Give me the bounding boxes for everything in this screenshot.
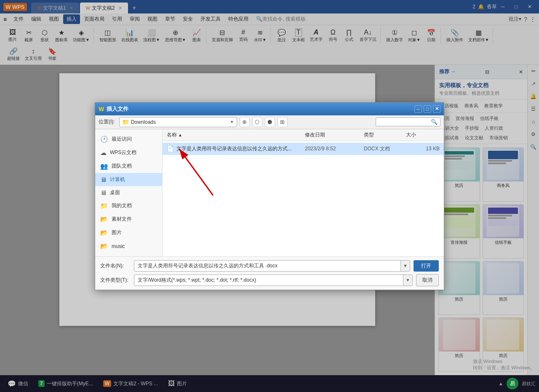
sidebar-wpscloud[interactable]: ☁ WPS云文档 (95, 146, 162, 160)
location-label: 位置(I): (99, 118, 115, 125)
dialog-restore-btn[interactable]: □ (424, 105, 431, 113)
sort-asc-icon: ▲ (178, 133, 182, 137)
sidebar-computer-label: 计算机 (110, 176, 125, 183)
sidebar-computer[interactable]: 🖥 计算机 (95, 173, 162, 186)
nav-back-btn[interactable]: ⊕ (240, 117, 250, 127)
filename-row: 文件名(N): 文字是人类用符号记录表达信息以传之久远的方式和工具 .docx … (100, 260, 439, 272)
filelist-header: 名称 ▲ 修改日期 类型 大小 (163, 129, 444, 141)
view-toggle-btn[interactable]: ⊞ (278, 117, 288, 127)
sidebar-pictures-label: 图片 (112, 229, 122, 236)
filetype-value: 文字/Word格式(*.wps; *.wpt; *.doc; *.dot; *.… (134, 275, 403, 285)
filetype-label: 文件类型(T): (100, 277, 134, 284)
mydocs-icon: 📁 (100, 202, 108, 210)
filetype-combo[interactable]: 文字/Word格式(*.wps; *.wpt; *.doc; *.dot; *.… (134, 275, 413, 286)
dialog-title-text: 插入文件 (107, 105, 414, 113)
location-arrow-icon: ▼ (230, 120, 234, 124)
sidebar-teamdoc-label: 团队文档 (112, 163, 132, 170)
nav-folder-new-btn[interactable]: ⬢ (265, 117, 275, 127)
col-name[interactable]: 名称 ▲ (167, 131, 305, 139)
sidebar-mydocs[interactable]: 📁 我的文档 (95, 199, 162, 213)
dialog-footer: 文件名(N): 文字是人类用符号记录表达信息以传之久远的方式和工具 .docx … (95, 256, 444, 290)
file-name-text-1: 文字是人类用符号记录表达信息以传之久远的方式... (176, 145, 292, 152)
cancel-button[interactable]: 取消 (416, 274, 439, 286)
dialog-title-bar: W 插入文件 ─ □ ✕ (95, 103, 444, 115)
col-date[interactable]: 修改日期 (305, 131, 364, 139)
dialog-close-btn[interactable]: ✕ (433, 105, 440, 113)
location-combo[interactable]: 📁 Downloads ▼ (119, 117, 237, 127)
sidebar-material-label: 素材文件 (112, 216, 132, 223)
pictures-icon: 📂 (100, 229, 108, 237)
sidebar-music[interactable]: 📂 music (95, 240, 162, 253)
sidebar-recent-label: 最近访问 (112, 136, 132, 143)
file-row-1[interactable]: 📄 文字是人类用符号记录表达信息以传之久远的方式... 2023/2/9 8:5… (163, 143, 444, 155)
open-button[interactable]: 打开 (414, 260, 439, 272)
filename-dropdown-btn[interactable]: ▼ (400, 261, 410, 271)
file-name-1: 📄 文字是人类用符号记录表达信息以传之久远的方式... (167, 145, 305, 152)
file-size-1: 13 KB (406, 146, 440, 152)
file-date-1: 2023/2/9 8:52 (305, 146, 364, 152)
desktop-icon: 🖥 (100, 189, 107, 196)
dialog-title-icon: W (99, 106, 104, 112)
wpscloud-icon: ☁ (100, 149, 107, 157)
search-icon[interactable]: 🔍 (431, 119, 438, 125)
sidebar-material[interactable]: 📂 素材文件 (95, 213, 162, 226)
sidebar-pictures[interactable]: 📂 图片 (95, 226, 162, 240)
filename-value: 文字是人类用符号记录表达信息以传之久远的方式和工具 .docx (134, 261, 400, 271)
material-icon: 📂 (100, 216, 108, 223)
dialog-body: 🕐 最近访问 ☁ WPS云文档 👥 团队文档 🖥 计算机 🖥 桌面 (95, 129, 444, 256)
filename-combo[interactable]: 文字是人类用符号记录表达信息以传之久远的方式和工具 .docx ▼ (134, 260, 410, 272)
dialog-title-controls: ─ □ ✕ (414, 105, 440, 113)
sidebar-desktop-label: 桌面 (110, 189, 120, 196)
footer-action-btns: 打开 (414, 260, 439, 272)
search-box: 🔍 (376, 117, 440, 126)
file-type-1: DOCX 文档 (364, 145, 406, 152)
dialog-overlay: W 插入文件 ─ □ ✕ 位置(I): 📁 Downloads ▼ ⊕ ⬡ ⬢ … (0, 0, 539, 392)
dialog-filelist: 名称 ▲ 修改日期 类型 大小 📄 文字是人类用符号记录表达信息以传之久远的方式… (163, 129, 444, 256)
sidebar-music-label: music (112, 243, 125, 249)
dialog-minimize-btn[interactable]: ─ (414, 105, 422, 113)
computer-icon: 🖥 (100, 176, 107, 183)
dialog-sidebar: 🕐 最近访问 ☁ WPS云文档 👥 团队文档 🖥 计算机 🖥 桌面 (95, 129, 163, 256)
sidebar-desktop[interactable]: 🖥 桌面 (95, 186, 162, 199)
filetype-dropdown-btn[interactable]: ▼ (403, 275, 412, 285)
recent-icon: 🕐 (100, 136, 108, 143)
sidebar-wpscloud-label: WPS云文档 (110, 149, 136, 156)
music-icon: 📂 (100, 243, 108, 250)
teamdoc-icon: 👥 (100, 163, 108, 170)
sidebar-recent[interactable]: 🕐 最近访问 (95, 133, 162, 146)
filetype-row: 文件类型(T): 文字/Word格式(*.wps; *.wpt; *.doc; … (100, 274, 439, 286)
nav-folder-up-btn[interactable]: ⬡ (252, 117, 262, 127)
sidebar-teamdoc[interactable]: 👥 团队文档 (95, 160, 162, 173)
col-size[interactable]: 大小 (406, 131, 440, 139)
insert-file-dialog: W 插入文件 ─ □ ✕ 位置(I): 📁 Downloads ▼ ⊕ ⬡ ⬢ … (95, 102, 444, 290)
filename-label: 文件名(N): (100, 262, 134, 269)
sidebar-mydocs-label: 我的文档 (112, 202, 132, 209)
footer-cancel-btns: 取消 (416, 274, 439, 286)
search-input[interactable] (379, 119, 429, 125)
file-docx-icon: 📄 (167, 145, 174, 152)
filelist-items: 📄 文字是人类用符号记录表达信息以传之久远的方式... 2023/2/9 8:5… (163, 141, 444, 256)
folder-icon: 📁 (122, 119, 129, 125)
location-text: Downloads (131, 119, 228, 125)
col-type[interactable]: 类型 (364, 131, 406, 139)
dialog-toolbar: 位置(I): 📁 Downloads ▼ ⊕ ⬡ ⬢ ⊞ 🔍 (95, 115, 444, 129)
